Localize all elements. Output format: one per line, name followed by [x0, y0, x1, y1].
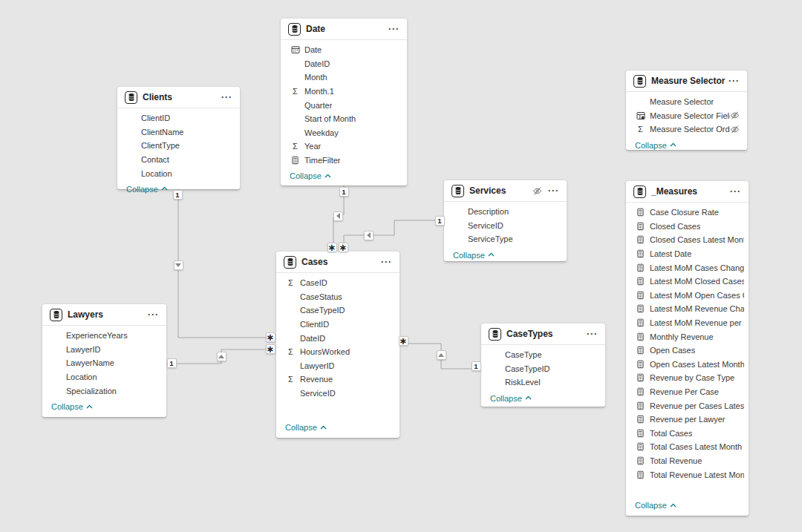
field-row[interactable]: Open Cases	[626, 344, 749, 358]
more-options-button[interactable]: ···	[728, 77, 740, 85]
table-hidden-eye-toggle[interactable]	[532, 186, 542, 196]
field-row[interactable]: CaseTypeID	[481, 362, 605, 376]
cardinality-badge-many[interactable]: ∗	[266, 344, 276, 354]
field-row[interactable]: CaseTypeID	[276, 303, 400, 318]
field-row[interactable]: Closed Cases Latest Month	[626, 233, 749, 247]
filter-direction-arrow-up[interactable]	[437, 350, 446, 360]
table-header-cases[interactable]: Cases···	[276, 252, 400, 273]
cardinality-badge-many[interactable]: ∗	[327, 243, 337, 252]
field-row[interactable]: ServiceID	[276, 387, 400, 401]
field-row[interactable]: ClientName	[117, 125, 240, 139]
hidden-eye-icon[interactable]	[730, 125, 740, 134]
collapse-link[interactable]: Collapse	[290, 171, 331, 180]
cardinality-badge-many[interactable]: ∗	[266, 332, 276, 342]
field-row[interactable]: Latest MoM Cases Change %	[626, 260, 749, 275]
relationship-line-clients-to-cases[interactable]	[178, 189, 275, 338]
field-row[interactable]: Location	[117, 166, 240, 180]
collapse-link[interactable]: Collapse	[490, 394, 532, 403]
field-row[interactable]: Monthly Revenue	[626, 329, 749, 344]
cardinality-badge-one[interactable]: 1	[472, 361, 481, 371]
field-row[interactable]: Location	[42, 370, 166, 384]
field-row[interactable]: ClientID	[117, 111, 240, 125]
field-row[interactable]: LawyerName	[42, 356, 166, 370]
field-row[interactable]: ExperienceYears	[42, 329, 166, 343]
field-row[interactable]: ΣRevenue	[276, 372, 400, 387]
more-options-button[interactable]: ···	[548, 187, 559, 194]
table-header-measure-selector[interactable]: Measure Selector···	[626, 70, 747, 92]
hidden-eye-icon[interactable]	[730, 111, 740, 120]
field-row[interactable]: Start of Month	[281, 112, 407, 126]
collapse-link[interactable]: Collapse	[285, 423, 327, 432]
more-options-button[interactable]: ···	[148, 311, 159, 318]
more-options-button[interactable]: ···	[730, 188, 741, 195]
field-row[interactable]: ServiceType	[444, 232, 567, 246]
field-row[interactable]: Revenue per Lawyer	[626, 413, 749, 427]
field-row[interactable]: DateID	[276, 331, 400, 345]
more-options-button[interactable]: ···	[388, 25, 400, 33]
field-row[interactable]: Open Cases Latest Month	[626, 358, 749, 372]
table-header-clients[interactable]: Clients···	[117, 87, 240, 108]
table-header-lawyers[interactable]: Lawyers···	[42, 304, 166, 326]
field-row[interactable]: RiskLevel	[481, 375, 605, 390]
field-row[interactable]: ΣMonth.1	[281, 85, 407, 99]
collapse-link[interactable]: Collapse	[635, 141, 677, 150]
field-row[interactable]: ClientType	[117, 139, 240, 153]
field-row[interactable]: ΣHoursWorked	[276, 345, 400, 359]
relationship-line-services-to-cases[interactable]	[344, 220, 444, 249]
collapse-link[interactable]: Collapse	[51, 402, 93, 411]
cardinality-badge-many[interactable]: ∗	[399, 336, 408, 346]
cardinality-badge-one[interactable]: 1	[173, 190, 183, 200]
field-row[interactable]: LawyerID	[276, 359, 400, 373]
table-header-measures[interactable]: _Measures···	[626, 181, 749, 203]
field-row[interactable]: Revenue by Case Type	[626, 371, 749, 385]
field-row[interactable]: DateID	[281, 57, 407, 71]
collapse-link[interactable]: Collapse	[635, 501, 677, 510]
filter-direction-arrow-left[interactable]	[364, 231, 374, 240]
field-hidden-eye-toggle[interactable]	[730, 111, 743, 120]
field-row[interactable]: Measure Selector Fields	[626, 109, 747, 123]
more-options-button[interactable]: ···	[221, 93, 232, 101]
field-row[interactable]: Contact	[117, 153, 240, 167]
field-row[interactable]: CaseStatus	[276, 290, 400, 304]
field-row[interactable]: Weekday	[281, 126, 407, 140]
field-row[interactable]: Description	[444, 205, 567, 219]
field-row[interactable]: ClientID	[276, 318, 400, 332]
field-row[interactable]: Specialization	[42, 384, 166, 398]
filter-direction-arrow-up[interactable]	[217, 352, 226, 361]
field-row[interactable]: Latest MoM Revenue per Case Ch...	[626, 316, 749, 330]
field-row[interactable]: Revenue Per Case	[626, 385, 749, 399]
field-row[interactable]: Total Cases Latest Month	[626, 440, 749, 454]
field-row[interactable]: Case Closure Rate	[626, 206, 749, 220]
field-row[interactable]: Latest MoM Closed Cases Change ...	[626, 275, 749, 289]
field-row[interactable]: Date	[281, 43, 407, 57]
table-header-services[interactable]: Services···	[444, 180, 567, 202]
field-row[interactable]: CaseType	[481, 348, 605, 362]
field-row[interactable]: ServiceID	[444, 219, 567, 233]
table-header-casetypes[interactable]: CaseTypes···	[481, 324, 605, 345]
field-row[interactable]: ΣMeasure Selector Order	[626, 122, 747, 137]
field-row[interactable]: ΣYear	[281, 139, 407, 154]
field-row[interactable]: Quarter	[281, 98, 407, 112]
field-row[interactable]: Total Revenue Latest Month	[626, 467, 749, 482]
field-row[interactable]: Revenue per Cases Latest Month	[626, 398, 749, 413]
more-options-button[interactable]: ···	[381, 258, 392, 266]
field-row[interactable]: Total Revenue	[626, 454, 749, 468]
cardinality-badge-many[interactable]: ∗	[339, 243, 348, 252]
hidden-eye-icon[interactable]	[532, 186, 542, 196]
field-row[interactable]: Measure Selector	[626, 95, 747, 109]
more-options-button[interactable]: ···	[587, 330, 598, 338]
table-header-date[interactable]: Date···	[281, 19, 407, 40]
field-row[interactable]: Closed Cases	[626, 220, 749, 234]
collapse-link[interactable]: Collapse	[126, 185, 168, 194]
field-row[interactable]: Total Cases	[626, 427, 749, 441]
collapse-link[interactable]: Collapse	[453, 251, 495, 260]
cardinality-badge-one[interactable]: 1	[339, 187, 349, 197]
cardinality-badge-one[interactable]: 1	[435, 216, 445, 226]
field-row[interactable]: ΣCaseID	[276, 276, 400, 290]
field-hidden-eye-toggle[interactable]	[730, 125, 743, 134]
field-row[interactable]: Latest MoM Open Cases Change %	[626, 289, 749, 303]
field-row[interactable]: Latest MoM Revenue Change %	[626, 302, 749, 316]
field-row[interactable]: LawyerID	[42, 343, 166, 357]
filter-direction-arrow-left[interactable]	[333, 211, 343, 221]
field-row[interactable]: TimeFilter	[281, 154, 407, 168]
